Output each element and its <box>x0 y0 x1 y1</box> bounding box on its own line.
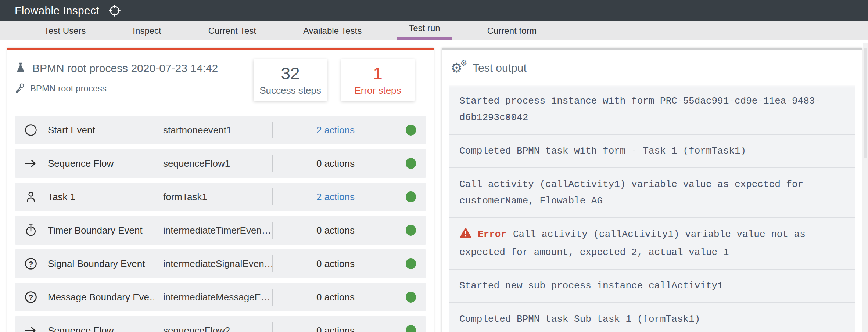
step-label: Message Boundary Eve… <box>48 292 154 303</box>
step-id: sequenceFlow2 <box>154 325 272 332</box>
status-dot-success <box>406 158 416 169</box>
step-label: Sequence Flow <box>48 325 154 332</box>
test-output-title: Test output <box>473 62 527 74</box>
page-scrollbar[interactable] <box>863 43 868 332</box>
success-steps-card: 32 Success steps <box>254 59 327 101</box>
main-content: BPMN root process 2020-07-23 14:42 BPMN … <box>0 40 868 332</box>
tab-label: Test Users <box>44 26 86 36</box>
step-label: Signal Boundary Event <box>48 258 154 270</box>
user-task-icon <box>24 190 39 203</box>
status-dot-success <box>406 225 416 236</box>
console-entry-text: Completed BPMN task Sub task 1 (formTask… <box>459 314 700 325</box>
status-dot-success <box>406 124 416 136</box>
tab-available-tests[interactable]: Available Tests <box>280 21 385 40</box>
key-icon <box>15 83 25 94</box>
step-label: Timer Boundary Event <box>48 225 154 236</box>
step-row: Sequence FlowsequenceFlow20 actions <box>15 316 426 332</box>
tab-bar: Test UsersInspectCurrent TestAvailable T… <box>0 21 868 40</box>
tab-label: Current form <box>487 26 537 36</box>
step-actions: 0 actions <box>273 325 398 332</box>
svg-text:?: ? <box>29 293 33 302</box>
step-list: Start Eventstartnoneevent12 actionsSeque… <box>15 116 426 332</box>
inspect-target-icon[interactable] <box>108 4 121 17</box>
step-actions: 0 actions <box>273 158 398 169</box>
status-dot-success <box>406 191 416 202</box>
tab-test-run[interactable]: Test run <box>385 21 463 40</box>
stats: 32 Success steps 1 Error steps <box>254 59 415 101</box>
question-circle-icon: ? <box>24 290 39 304</box>
step-label: Start Event <box>48 124 154 136</box>
step-actions-link[interactable]: 2 actions <box>273 191 398 203</box>
console-entry-text: Started new sub process instance callAct… <box>459 280 723 291</box>
process-key: BPMN root process <box>30 83 107 94</box>
test-output-header: ⚙ ⚙ Test output <box>442 50 862 85</box>
step-id: intermediateMessageE… <box>154 292 272 303</box>
warning-triangle-icon <box>459 227 472 244</box>
console-entry-text: Call activity (callActivity1) variable v… <box>459 179 803 206</box>
console-entry-info: Started process instance with form PRC-5… <box>449 85 855 135</box>
console-entry-text: Completed BPMN task with form - Task 1 (… <box>459 145 746 156</box>
step-row: Sequence FlowsequenceFlow10 actions <box>15 149 426 178</box>
gears-icon: ⚙ ⚙ <box>451 61 467 75</box>
step-actions: 0 actions <box>273 292 398 303</box>
tab-test-users[interactable]: Test Users <box>21 21 109 40</box>
error-steps-count: 1 <box>373 64 383 83</box>
stopwatch-timer-icon <box>24 224 39 237</box>
tab-inspect[interactable]: Inspect <box>109 21 184 40</box>
sequence-flow-arrow-icon <box>24 324 39 332</box>
step-row: Timer Boundary EventintermediateTimerEve… <box>15 216 426 245</box>
question-circle-icon: ? <box>24 257 39 270</box>
step-row: ?Signal Boundary EventintermediateSignal… <box>15 249 426 278</box>
step-row: ?Message Boundary Eve…intermediateMessag… <box>15 283 426 311</box>
console-entry-info: Call activity (callActivity1) variable v… <box>449 168 855 218</box>
test-run-title: BPMN root process 2020-07-23 14:42 <box>32 62 218 75</box>
console-entry-text: Call activity (callActivity1) variable v… <box>459 229 806 258</box>
error-steps-card: 1 Error steps <box>341 59 415 101</box>
svg-text:?: ? <box>29 260 33 268</box>
status-dot-success <box>406 325 416 332</box>
success-steps-label: Success steps <box>259 85 321 96</box>
tab-label: Inspect <box>133 26 161 36</box>
topbar: Flowable Inspect <box>0 0 868 21</box>
step-label: Task 1 <box>48 191 154 203</box>
test-output-console: Started process instance with form PRC-5… <box>449 85 855 332</box>
console-entry-error: ErrorCall activity (callActivity1) varia… <box>449 218 855 270</box>
app-title: Flowable Inspect <box>15 4 99 17</box>
error-label: Error <box>478 229 506 240</box>
step-id: sequenceFlow1 <box>154 158 272 169</box>
sequence-flow-arrow-icon <box>24 157 39 170</box>
test-run-panel: BPMN root process 2020-07-23 14:42 BPMN … <box>7 48 434 332</box>
step-actions: 0 actions <box>273 258 398 270</box>
tab-label: Current Test <box>208 26 256 36</box>
step-id: formTask1 <box>154 191 272 203</box>
start-event-circle-icon <box>24 123 39 137</box>
tab-label: Available Tests <box>303 26 362 36</box>
tab-current-form[interactable]: Current form <box>464 21 560 40</box>
step-actions-link[interactable]: 2 actions <box>273 124 398 136</box>
status-dot-success <box>406 292 416 303</box>
step-id: startnoneevent1 <box>154 124 272 136</box>
step-id: intermediateSignalEven… <box>154 258 272 270</box>
console-entry-info: Completed BPMN task Sub task 1 (formTask… <box>449 303 855 332</box>
step-actions: 0 actions <box>273 225 398 236</box>
console-entry-info: Completed BPMN task with form - Task 1 (… <box>449 135 855 168</box>
console-entry-text: Started process instance with form PRC-5… <box>459 95 821 123</box>
step-label: Sequence Flow <box>48 158 154 169</box>
error-steps-label: Error steps <box>354 85 401 96</box>
tab-current-test[interactable]: Current Test <box>185 21 280 40</box>
scrollbar-thumb[interactable] <box>864 48 867 158</box>
tab-label: Test run <box>409 23 440 33</box>
step-id: intermediateTimerEven… <box>154 225 272 236</box>
test-output-panel: ⚙ ⚙ Test output Started process instance… <box>442 48 862 332</box>
status-dot-success <box>406 258 416 269</box>
step-row: Task 1formTask12 actions <box>15 183 426 211</box>
step-row: Start Eventstartnoneevent12 actions <box>15 116 426 144</box>
console-entry-info: Started new sub process instance callAct… <box>449 270 855 303</box>
success-steps-count: 32 <box>281 64 300 83</box>
test-run-header: BPMN root process 2020-07-23 14:42 BPMN … <box>7 50 434 101</box>
flask-icon <box>15 61 26 76</box>
